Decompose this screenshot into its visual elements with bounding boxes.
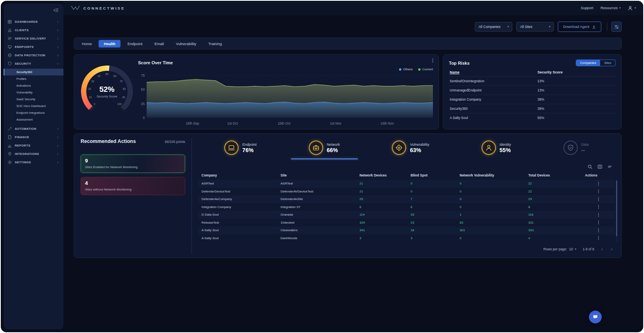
sites-filter-select[interactable]: All Sites▾ (516, 22, 554, 32)
sidebar-subitem-saas-security[interactable]: SaaS Security (4, 96, 63, 103)
category-ring (392, 141, 406, 155)
sidebar-item-dashboards[interactable]: DASHBOARDS (4, 18, 63, 26)
svg-text:1st Oct: 1st Oct (227, 121, 238, 125)
next-page-button[interactable]: › (610, 246, 613, 252)
cell-site: 10dectest (281, 221, 360, 224)
tab-home[interactable]: Home (77, 40, 97, 48)
row-actions-button[interactable] (585, 189, 612, 194)
sidebar-item-label: REPORTS (15, 144, 30, 147)
sidebar-item-clients[interactable]: CLIENTS (4, 26, 63, 34)
cell-network-vulnerability: 1 (460, 213, 528, 216)
column-header-network-devices[interactable]: Network Devices (360, 173, 411, 177)
toggle-companies[interactable]: Companies (576, 60, 600, 66)
profile-menu[interactable]: ▾ (628, 6, 636, 11)
recommended-actions-panel: Recommended Actions 66/100 points 9 Site… (74, 134, 192, 258)
row-actions-button[interactable] (585, 228, 612, 233)
cell-total-devices: 8 (528, 205, 585, 209)
sidebar-subitem-endpoint-integrations[interactable]: Endpoint Integrations (4, 109, 63, 116)
cell-network-vulnerability: 301 (460, 228, 528, 232)
row-actions-button[interactable] (585, 181, 612, 186)
column-header-company[interactable]: Company (201, 173, 281, 177)
cell-network-vulnerability: 0 (460, 236, 528, 240)
sidebar-subitem-activations[interactable]: Activations (4, 82, 63, 89)
column-header-site[interactable]: Site (281, 173, 360, 177)
toggle-sites[interactable]: Sites (600, 60, 615, 66)
search-button[interactable] (587, 164, 593, 169)
chevron-down-icon: ▾ (549, 25, 551, 28)
cell-total-devices: 116 (528, 213, 585, 216)
tab-vulnerability[interactable]: Vulnerability (171, 40, 201, 48)
laptop-icon (228, 144, 235, 151)
rows-per-page-select[interactable]: Rows per page: 10 ▾ (543, 247, 577, 251)
sliders-icon (614, 24, 619, 30)
kebab-icon (596, 204, 601, 209)
sidebar-item-automation[interactable]: AUTOMATION (4, 125, 63, 133)
column-header-security-score: Security Score (537, 70, 615, 74)
sidebar-collapse-button[interactable] (53, 8, 59, 13)
category-vulnerability[interactable]: Vulnerability63% (392, 141, 429, 155)
sidebar-item-security[interactable]: SECURITY (4, 59, 63, 68)
chat-fab-button[interactable] (589, 311, 602, 323)
sidebar-subitem-vulnerability[interactable]: Vulnerability (4, 89, 63, 96)
brand-logo: CONNECTWISE (71, 5, 125, 11)
sidebar-subitem-profiles[interactable]: Profiles (4, 75, 63, 82)
category-identity[interactable]: Identity55% (482, 141, 511, 155)
chevron-right-icon (56, 54, 59, 57)
chart-icon (8, 143, 12, 148)
sidebar-item-label: ENDPOINTS (15, 45, 34, 49)
download-agent-button[interactable]: Download Agent (558, 22, 601, 32)
row-actions-button[interactable] (585, 204, 612, 209)
dashboard-settings-button[interactable] (611, 22, 622, 32)
sidebar-subitem-security360[interactable]: Security360 (4, 69, 63, 75)
category-ring (224, 141, 239, 155)
support-link[interactable]: Support (581, 6, 593, 10)
cell-total-devices: 22 (528, 190, 585, 193)
network-table-body: ASRTestASRTest210022DefenderDeviceTestDe… (198, 180, 615, 242)
category-bar: Endpoint76%Network66%Vulnerability63%Ide… (198, 136, 615, 159)
sidebar-item-service-delivery[interactable]: SERVICE DELIVERY (4, 34, 63, 43)
stat-sites-enabled[interactable]: 9 Sites Enabled for Network Monitoring (81, 155, 185, 173)
sidebar-item-finance[interactable]: FINANCE (4, 133, 63, 141)
sidebar-subitem-assessment[interactable]: Assessment (4, 116, 63, 123)
table-toolbar (198, 164, 612, 169)
cell-blind-spot: 18 (411, 228, 460, 232)
chevron-right-icon (56, 20, 59, 24)
density-button[interactable] (607, 164, 612, 169)
sidebar-subitem-soc-hero-dashboard[interactable]: SOC Hero Dashboard (4, 103, 63, 109)
cell-network-devices: 21 (360, 182, 411, 185)
sidebar-item-settings[interactable]: SETTINGS (4, 158, 63, 166)
column-header-network-vulnerability[interactable]: Network Vulnerability (460, 173, 528, 177)
column-header-total-devices[interactable]: Total Devices (528, 173, 585, 177)
row-actions-button[interactable] (585, 220, 612, 225)
sidebar-item-integrations[interactable]: INTEGRATIONS (4, 150, 63, 158)
scrollbar-thumb[interactable] (616, 180, 617, 236)
category-endpoint[interactable]: Endpoint76% (224, 141, 257, 155)
tab-email[interactable]: Email (149, 40, 169, 48)
category-network[interactable]: Network66% (309, 141, 340, 155)
sidebar-item-data-protection[interactable]: DATA PROTECTION (4, 51, 63, 59)
previous-page-button[interactable]: ‹ (601, 246, 604, 252)
companies-filter-select[interactable]: All Companies▾ (475, 22, 512, 32)
pagination: Rows per page: 10 ▾ 1-9 of 9 ‹ › (198, 243, 615, 254)
chevron-right-icon (56, 29, 59, 32)
resources-menu[interactable]: Resources▾ (601, 6, 621, 10)
column-header-blind-spot[interactable]: Blind Spot (411, 173, 460, 177)
tab-health[interactable]: Health (99, 40, 121, 48)
row-actions-button[interactable] (585, 236, 612, 240)
tab-endpoint[interactable]: Endpoint (122, 40, 148, 48)
cell-blind-spot: 6 (411, 205, 460, 209)
columns-button[interactable] (597, 164, 603, 169)
sidebar-item-reports[interactable]: REPORTS (4, 141, 63, 150)
column-header-name[interactable]: Name (450, 70, 537, 74)
row-actions-button[interactable] (585, 212, 612, 217)
cell-network-vulnerability: 83 (460, 221, 528, 224)
tab-training[interactable]: Training (203, 40, 227, 48)
card-menu-button[interactable] (430, 58, 435, 63)
table-scrollbar[interactable] (616, 180, 617, 242)
row-actions-button[interactable] (585, 197, 612, 202)
category-data[interactable]: Data-- (563, 141, 589, 155)
sidebar-item-endpoints[interactable]: ENDPOINTS (4, 43, 63, 51)
stat-sites-without-monitoring[interactable]: 4 Sites without Network Monitoring (81, 177, 185, 195)
monitor-icon (8, 45, 12, 49)
column-header-actions[interactable]: Actions (585, 173, 612, 177)
